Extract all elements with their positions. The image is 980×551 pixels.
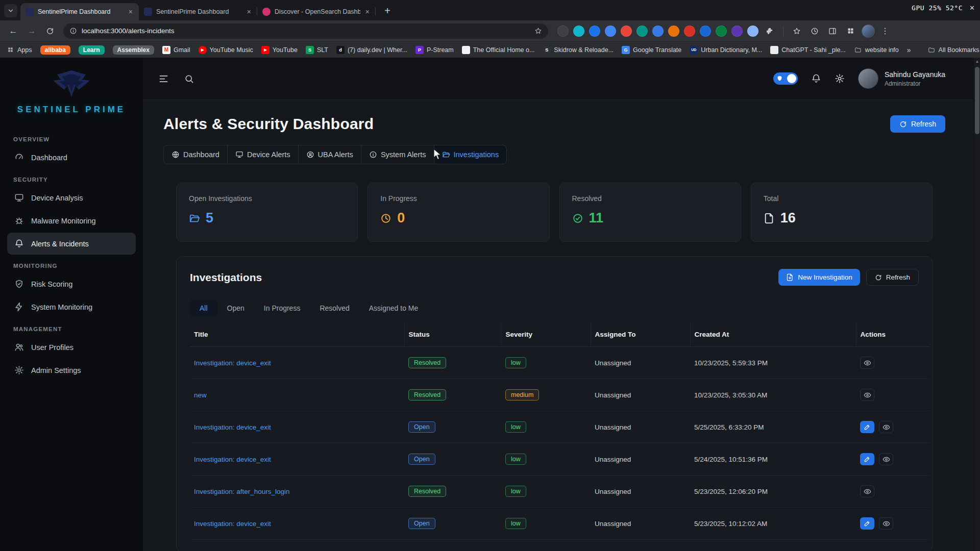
filter-resolved[interactable]: Resolved [310,299,359,317]
tab-close-icon[interactable]: × [246,8,252,16]
tab-system-alerts[interactable]: System Alerts [361,145,434,164]
extension-icon[interactable] [668,26,679,37]
settings-gear-icon[interactable] [835,73,845,84]
view-button[interactable] [879,453,893,465]
investigation-link[interactable]: Investigation: device_exit [194,359,271,367]
view-button[interactable] [860,389,874,401]
sidebar-collapse-icon[interactable] [158,73,169,84]
reload-button[interactable] [42,23,58,39]
view-button[interactable] [879,421,893,433]
bookmark-item[interactable]: ChatGPT - Sahi _ple... [770,46,846,54]
bookmark-apps[interactable]: Apps [6,46,32,54]
new-investigation-button[interactable]: New Investigation [778,269,860,286]
new-tab-button[interactable]: + [380,3,395,18]
bookmark-item[interactable]: d(7) daily.dev | Wher... [336,46,407,54]
investigation-link[interactable]: Investigation: after_hours_login [194,488,290,495]
scrollbar[interactable]: ▲ [973,58,980,551]
bookmark-folder[interactable]: website info [854,46,899,54]
extension-icon[interactable] [700,26,711,37]
user-menu[interactable]: Sahindu Gayanuka Administrator [858,68,945,89]
tab-search-button[interactable] [4,4,17,17]
browser-tab[interactable]: SentinelPrime Dashboard × [139,3,257,20]
window-close-icon[interactable]: ✕ [969,4,975,12]
view-button[interactable] [879,517,893,530]
extension-icon[interactable] [731,26,743,37]
sidebar-item-device-analysis[interactable]: Device Analysis [7,187,136,209]
tab-close-icon[interactable]: × [364,8,371,16]
extension-icon[interactable] [684,26,695,37]
saved-tab-group[interactable]: Learn [79,45,105,55]
extension-icon[interactable] [621,26,632,37]
bookmark-item[interactable]: UDUrban Dictionary, M... [690,46,762,54]
bookmark-star-icon[interactable] [534,27,542,35]
sidebar-item-alerts-incidents[interactable]: Alerts & Incidents [7,233,136,255]
edit-button[interactable] [860,517,874,530]
side-panel-icon[interactable] [826,24,839,38]
bookmark-item[interactable]: SSLT [306,46,328,54]
edit-button[interactable] [860,453,874,465]
view-button[interactable] [860,357,874,369]
extension-icon[interactable] [573,26,584,37]
tab-close-icon[interactable]: × [128,8,134,16]
address-bar[interactable] [63,23,548,39]
extension-icon[interactable] [652,26,664,37]
all-bookmarks[interactable]: All Bookmarks [927,46,979,54]
bookmark-item[interactable]: MGmail [162,46,190,54]
shield-toggle[interactable] [773,72,798,85]
saved-tab-group[interactable]: Assemblex [113,45,154,55]
extension-icon[interactable] [605,26,616,37]
browser-tab[interactable]: Discover - OpenSearch Dashbo × [257,3,376,20]
investigation-link[interactable]: Investigation: device_exit [194,520,271,528]
bookmark-item[interactable]: ▶YouTube [261,46,298,54]
filter-assigned-to-me[interactable]: Assigned to Me [359,299,428,317]
extensions-puzzle-icon[interactable] [763,24,776,38]
scrollbar-up-arrow[interactable]: ▲ [974,59,980,64]
sidebar-item-malware-monitoring[interactable]: Malware Monitoring [7,210,136,232]
bookmark-item[interactable]: ▶YouTube Music [199,46,253,54]
investigation-link[interactable]: new [194,391,207,399]
sidebar-item-risk-scoring[interactable]: Risk Scoring [7,273,136,295]
bookmark-item[interactable]: The Official Home o... [462,46,535,54]
panel-refresh-button[interactable]: Refresh [866,269,919,286]
saved-tab-group[interactable]: alibaba [40,45,70,55]
address-input[interactable] [82,27,530,35]
favorites-icon[interactable] [790,24,803,38]
bookmarks-overflow-icon[interactable]: » [907,46,911,54]
tab-uba-alerts[interactable]: UBA Alerts [298,145,361,164]
extension-icon[interactable] [636,26,648,37]
notifications-bell-icon[interactable] [811,73,821,84]
history-icon[interactable] [808,24,821,38]
filter-all[interactable]: All [190,299,217,317]
sidebar-item-system-monitoring[interactable]: System Monitoring [7,296,136,318]
refresh-button[interactable]: Refresh [890,115,945,133]
sidebar-item-user-profiles[interactable]: User Profiles [7,336,136,358]
sidebar-item-dashboard[interactable]: Dashboard [7,146,136,168]
investigation-link[interactable]: Investigation: device_exit [194,456,271,463]
browser-tab-active[interactable]: SentinelPrime Dashboard × [20,3,139,20]
back-button[interactable]: ← [5,23,21,39]
search-icon[interactable] [184,74,194,84]
bookmark-item[interactable]: GGoogle Translate [622,46,681,54]
apps-grid-icon[interactable] [844,24,857,38]
investigation-link[interactable]: Investigation: device_exit [194,423,271,431]
site-info-icon[interactable] [69,27,77,35]
tab-investigations[interactable]: Investigations [434,145,507,164]
sidebar-item-admin-settings[interactable]: Admin Settings [7,359,136,381]
extension-icon[interactable] [557,26,569,37]
extension-icon[interactable] [589,26,600,37]
extension-icon[interactable] [747,26,758,37]
view-button[interactable] [860,485,874,497]
browser-profile-avatar[interactable] [862,24,875,38]
browser-menu-icon[interactable]: ⋮ [879,26,891,36]
tab-device-alerts[interactable]: Device Alerts [227,145,299,164]
extension-icon[interactable] [716,26,727,37]
tab-dashboard[interactable]: Dashboard [163,145,228,164]
bookmark-item[interactable]: PP-Stream [415,46,454,54]
forward-button[interactable]: → [23,23,40,39]
filter-tabs: All Open In Progress Resolved Assigned t… [190,299,919,317]
filter-open[interactable]: Open [217,299,254,317]
filter-in-progress[interactable]: In Progress [254,299,310,317]
edit-button[interactable] [860,421,874,433]
bookmark-item[interactable]: SSkidrow & Reloade... [543,46,614,54]
scrollbar-thumb[interactable] [975,67,979,134]
